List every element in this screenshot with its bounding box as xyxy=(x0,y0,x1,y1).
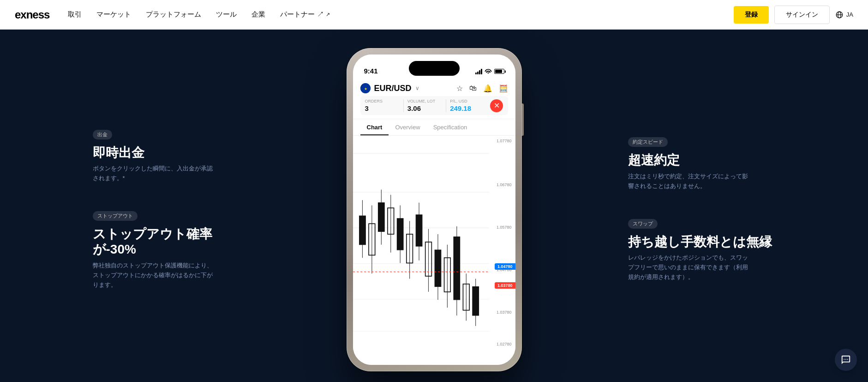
lang-label: JA xyxy=(846,11,853,18)
trading-header: ★ EUR/USD ∨ ☆ 🛍 � xyxy=(353,79,515,119)
battery-icon xyxy=(494,69,504,74)
blue-price-tag: 1.04780 xyxy=(495,263,515,270)
chart-tabs: Chart Overview Specification xyxy=(353,119,515,136)
bell-icon[interactable]: 🔔 xyxy=(483,84,492,93)
feature-desc-swap: レバレッジをかけたポジションでも、スワップフリーで思いのままに保有できます（利用… xyxy=(628,253,748,282)
dynamic-island xyxy=(409,61,460,76)
svg-point-39 xyxy=(847,359,848,360)
feature-badge-execution: 約定スピード xyxy=(628,137,668,147)
red-price-tag: 1.03780 xyxy=(495,282,515,289)
svg-rect-24 xyxy=(416,215,422,246)
svg-text:★: ★ xyxy=(364,87,367,91)
feature-stopout: ストップアウト ストップアウト確率が-30% 弊社独自のストップアウト保護機能に… xyxy=(93,211,240,290)
svg-rect-28 xyxy=(435,250,441,286)
phone-content: ★ EUR/USD ∨ ☆ 🛍 � xyxy=(353,79,515,365)
pl-col: P/L, USD 249.18 xyxy=(450,99,485,112)
feature-title-stopout: ストップアウト確率が-30% xyxy=(93,226,240,257)
language-selector[interactable]: JA xyxy=(835,11,853,19)
eur-flag: ★ xyxy=(360,83,371,93)
price-5: 1.03780 xyxy=(497,310,512,315)
dotted-line xyxy=(353,272,490,272)
symbol-dropdown-icon[interactable]: ∨ xyxy=(415,85,419,91)
nav-links: 取引 マーケット プラットフォーム ツール 企業 パートナー ↗ xyxy=(68,10,329,19)
feature-withdrawal: 出金 即時出金 ボタンをクリックした瞬間に、入出金が承認されます。* xyxy=(93,130,240,183)
symbol-left: ★ EUR/USD ∨ xyxy=(360,83,419,93)
divider-2 xyxy=(446,99,446,112)
candlestick-chart xyxy=(353,136,515,348)
navbar-right: 登録 サインイン JA xyxy=(734,6,853,24)
tab-overview[interactable]: Overview xyxy=(389,119,426,135)
tab-chart[interactable]: Chart xyxy=(360,119,389,135)
pl-label: P/L, USD xyxy=(450,99,485,103)
price-1: 1.07780 xyxy=(497,139,512,143)
chart-area: 1.07780 1.06780 1.05780 1.04780 1.03780 … xyxy=(353,136,515,348)
feature-desc-withdrawal: ボタンをクリックした瞬間に、入出金が承認されます。* xyxy=(93,164,213,183)
feature-title-execution: 超速約定 xyxy=(628,152,680,168)
hero-section: 出金 即時出金 ボタンをクリックした瞬間に、入出金が承認されます。* ストップア… xyxy=(0,30,868,382)
navbar-left: exness 取引 マーケット プラットフォーム ツール 企業 パートナー ↗ xyxy=(15,8,330,21)
logo[interactable]: exness xyxy=(15,8,49,21)
orders-value: 3 xyxy=(365,104,400,112)
price-3: 1.05780 xyxy=(497,225,512,230)
nav-trade[interactable]: 取引 xyxy=(68,10,82,19)
star-icon[interactable]: ☆ xyxy=(456,84,463,93)
volume-label: VOLUME, LOT xyxy=(407,99,442,103)
feature-badge-withdrawal: 出金 xyxy=(93,130,112,139)
orders-row: ORDERS 3 VOLUME, LOT 3.06 xyxy=(360,96,508,115)
tab-specification[interactable]: Specification xyxy=(427,119,474,135)
symbol-row: ★ EUR/USD ∨ ☆ 🛍 � xyxy=(360,83,508,93)
features-right: 約定スピード 超速約定 注文はミリ秒で約定、注文サイズによって影響されることはあ… xyxy=(628,137,776,282)
register-button[interactable]: 登録 xyxy=(734,6,769,24)
calc-icon[interactable]: 🧮 xyxy=(499,84,508,93)
signin-button[interactable]: サインイン xyxy=(774,6,830,24)
feature-title-withdrawal: 即時出金 xyxy=(93,145,144,161)
hero-content: 出金 即時出金 ボタンをクリックした瞬間に、入出金が承認されます。* ストップア… xyxy=(65,30,803,382)
nav-partner[interactable]: パートナー ↗ xyxy=(280,10,329,19)
svg-rect-36 xyxy=(472,287,479,315)
svg-rect-32 xyxy=(454,237,460,300)
divider-1 xyxy=(403,99,404,112)
feature-title-swap: 持ち越し手数料とは無縁 xyxy=(628,234,772,250)
feature-swap: スワップ 持ち越し手数料とは無縁 レバレッジをかけたポジションでも、スワップフリ… xyxy=(628,219,776,282)
price-6: 1.02780 xyxy=(497,342,512,346)
svg-rect-20 xyxy=(397,218,403,250)
close-order-button[interactable]: ✕ xyxy=(490,99,503,112)
chat-bubble-button[interactable] xyxy=(835,349,857,371)
signal-icon xyxy=(475,69,482,74)
phone-screen: 9:41 xyxy=(353,55,515,365)
feature-badge-swap: スワップ xyxy=(628,219,658,229)
price-2: 1.06780 xyxy=(497,182,512,187)
wifi-icon xyxy=(485,68,492,75)
feature-desc-execution: 注文はミリ秒で約定、注文サイズによって影響されることはありません。 xyxy=(628,172,748,191)
bag-icon[interactable]: 🛍 xyxy=(469,84,477,92)
phone-side-button xyxy=(522,103,524,136)
svg-point-37 xyxy=(844,359,844,360)
navbar: exness 取引 マーケット プラットフォーム ツール 企業 パートナー ↗ … xyxy=(0,0,868,30)
volume-col: VOLUME, LOT 3.06 xyxy=(407,99,442,112)
svg-rect-12 xyxy=(359,216,365,244)
nav-platform[interactable]: プラットフォーム xyxy=(146,10,201,19)
nav-tools[interactable]: ツール xyxy=(216,10,237,19)
phone-container: 9:41 xyxy=(240,48,628,371)
svg-rect-16 xyxy=(378,203,384,231)
status-time: 9:41 xyxy=(364,67,378,75)
feature-desc-stopout: 弊社独自のストップアウト保護機能により、ストップアウトにかかる確率がはるかに下が… xyxy=(93,261,213,290)
feature-badge-stopout: ストップアウト xyxy=(93,211,138,221)
feature-execution: 約定スピード 超速約定 注文はミリ秒で約定、注文サイズによって影響されることはあ… xyxy=(628,137,776,191)
features-left: 出金 即時出金 ボタンをクリックした瞬間に、入出金が承認されます。* ストップア… xyxy=(93,130,240,290)
orders-col: ORDERS 3 xyxy=(365,99,400,112)
symbol-actions: ☆ 🛍 🔔 🧮 xyxy=(456,84,508,93)
globe-icon xyxy=(835,11,844,19)
nav-company[interactable]: 企業 xyxy=(251,10,265,19)
svg-point-38 xyxy=(845,359,846,360)
orders-label: ORDERS xyxy=(365,99,400,103)
chat-icon xyxy=(841,355,851,365)
nav-markets[interactable]: マーケット xyxy=(96,10,131,19)
phone-frame: 9:41 xyxy=(347,48,522,371)
symbol-name: EUR/USD xyxy=(374,84,412,93)
volume-value: 3.06 xyxy=(407,104,442,112)
pl-value: 249.18 xyxy=(450,104,485,112)
status-icons xyxy=(475,68,504,75)
phone-wrapper: 9:41 xyxy=(347,48,522,371)
